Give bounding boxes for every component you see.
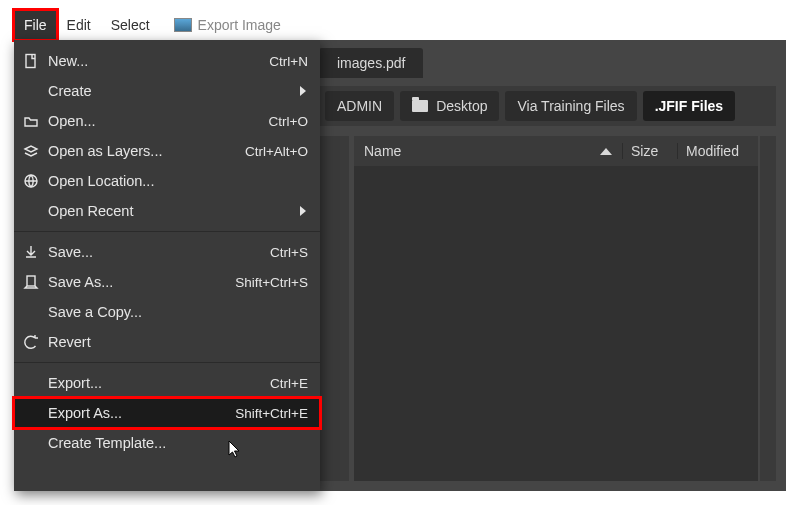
menu-item-create-template[interactable]: Create Template... (14, 428, 320, 458)
menu-item-open[interactable]: Open... Ctrl+O (14, 106, 320, 136)
chevron-right-icon (300, 86, 306, 96)
breadcrumb-bar: ADMIN Desktop Via Training Files .JFIF F… (319, 86, 776, 126)
column-name-label: Name (364, 143, 401, 159)
crumb-label: .JFIF Files (655, 91, 723, 121)
title-image-icon (174, 18, 192, 32)
crumb-label: Via Training Files (517, 91, 624, 121)
sort-ascending-icon (600, 148, 612, 155)
open-folder-icon (14, 113, 48, 129)
mi-label: Create (48, 83, 226, 99)
menu-item-open-as-layers[interactable]: Open as Layers... Ctrl+Alt+O (14, 136, 320, 166)
folder-icon (412, 100, 428, 112)
file-menu-dropdown: New... Ctrl+N Create Open... Ctrl+O Open… (14, 40, 320, 491)
left-panel-strip (319, 136, 349, 481)
mi-shortcut: Ctrl+O (226, 114, 320, 129)
app-window: File Edit Select Export Image images.pdf… (0, 0, 800, 505)
revert-icon (14, 334, 48, 350)
mi-shortcut: Ctrl+S (226, 245, 320, 260)
scrollbar-track[interactable] (760, 136, 776, 481)
mi-shortcut: Ctrl+E (226, 376, 320, 391)
crumb-label: Desktop (436, 91, 487, 121)
crumb-desktop[interactable]: Desktop (400, 91, 499, 121)
menu-separator (14, 231, 320, 232)
file-list-body (354, 166, 758, 481)
mi-label: New... (48, 53, 226, 69)
mi-label: Export As... (48, 405, 226, 421)
svg-rect-2 (27, 276, 35, 286)
svg-rect-0 (26, 55, 35, 68)
menu-item-open-recent[interactable]: Open Recent (14, 196, 320, 226)
menu-item-save[interactable]: Save... Ctrl+S (14, 237, 320, 267)
globe-icon (14, 173, 48, 189)
menu-item-save-as[interactable]: Save As... Shift+Ctrl+S (14, 267, 320, 297)
menu-item-revert[interactable]: Revert (14, 327, 320, 357)
menu-item-export[interactable]: Export... Ctrl+E (14, 368, 320, 398)
menu-item-new[interactable]: New... Ctrl+N (14, 46, 320, 76)
menu-item-save-copy[interactable]: Save a Copy... (14, 297, 320, 327)
menu-select[interactable]: Select (101, 10, 160, 40)
new-file-icon (14, 53, 48, 69)
column-modified[interactable]: Modified (678, 143, 758, 159)
chevron-right-icon (300, 206, 306, 216)
column-name[interactable]: Name (354, 143, 623, 159)
column-size[interactable]: Size (623, 143, 678, 159)
mi-label: Save As... (48, 274, 226, 290)
menu-file[interactable]: File (14, 10, 57, 40)
layers-icon (14, 143, 48, 159)
mi-label: Export... (48, 375, 226, 391)
mi-label: Open as Layers... (48, 143, 226, 159)
crumb-via-training[interactable]: Via Training Files (505, 91, 636, 121)
crumb-jfif-files[interactable]: .JFIF Files (643, 91, 735, 121)
menu-edit[interactable]: Edit (57, 10, 101, 40)
mi-label: Save... (48, 244, 226, 260)
crumb-label: ADMIN (337, 91, 382, 121)
file-list-header: Name Size Modified (354, 136, 758, 166)
mi-label: Open Location... (48, 173, 226, 189)
workspace: images.pdf ADMIN Desktop Via Training Fi… (14, 40, 786, 491)
mi-label: Create Template... (48, 435, 226, 451)
menubar: File Edit Select Export Image (14, 10, 786, 40)
document-tab[interactable]: images.pdf (319, 48, 423, 78)
mi-shortcut: Shift+Ctrl+E (226, 406, 320, 421)
title-text: Export Image (198, 17, 281, 33)
menu-item-open-location[interactable]: Open Location... (14, 166, 320, 196)
mi-shortcut: Ctrl+Alt+O (226, 144, 320, 159)
mi-label: Save a Copy... (48, 304, 226, 320)
menu-item-create[interactable]: Create (14, 76, 320, 106)
mi-label: Revert (48, 334, 226, 350)
mi-label: Open... (48, 113, 226, 129)
save-icon (14, 244, 48, 260)
mi-shortcut: Ctrl+N (226, 54, 320, 69)
save-as-icon (14, 274, 48, 290)
menu-item-export-as[interactable]: Export As... Shift+Ctrl+E (14, 398, 320, 428)
menu-separator (14, 362, 320, 363)
crumb-admin[interactable]: ADMIN (325, 91, 394, 121)
mi-shortcut: Shift+Ctrl+S (226, 275, 320, 290)
mi-label: Open Recent (48, 203, 226, 219)
